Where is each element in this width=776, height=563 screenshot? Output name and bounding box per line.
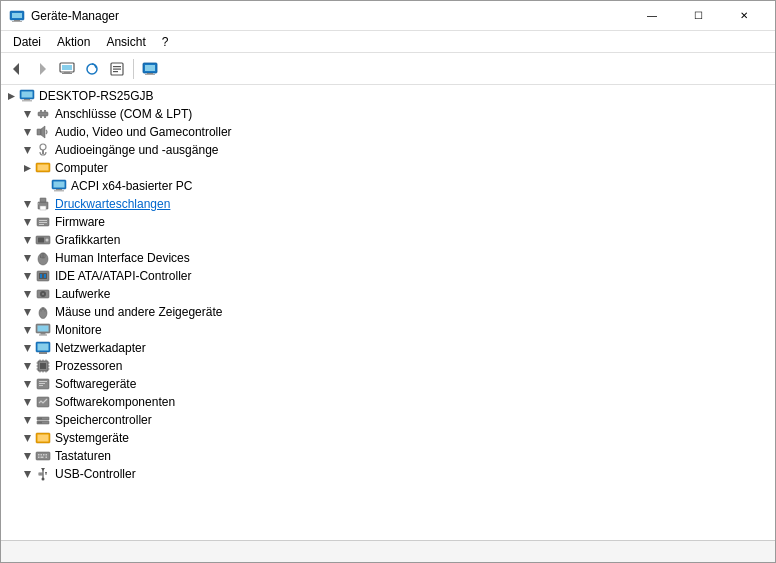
sys-label: Systemgeräte [55, 431, 129, 445]
svg-rect-79 [39, 335, 47, 336]
svg-marker-5 [40, 63, 46, 75]
minimize-button[interactable]: — [629, 1, 675, 31]
svg-rect-111 [41, 418, 42, 419]
svg-rect-65 [40, 274, 42, 278]
maeuse-icon [35, 304, 51, 320]
expand-laufwerke[interactable] [19, 286, 35, 302]
tree-item-sw-komp[interactable]: Softwarekomponenten [1, 393, 775, 411]
expand-prozessoren[interactable] [19, 358, 35, 374]
tree-item-tastaturen[interactable]: Tastaturen [1, 447, 775, 465]
svg-point-56 [46, 239, 49, 242]
svg-rect-124 [46, 457, 48, 459]
status-bar [1, 540, 775, 562]
svg-rect-52 [39, 224, 44, 225]
tree-item-hid[interactable]: Human Interface Devices [1, 249, 775, 267]
svg-rect-102 [39, 383, 45, 384]
anschluesse-label: Anschlüsse (COM & LPT) [55, 107, 192, 121]
tree-item-computer[interactable]: Computer [1, 159, 775, 177]
svg-rect-123 [41, 457, 44, 459]
maximize-button[interactable]: ☐ [675, 1, 721, 31]
expand-sys[interactable] [19, 430, 35, 446]
svg-rect-50 [39, 220, 47, 221]
tree-item-netzwerk[interactable]: Netzwerkadapter [1, 339, 775, 357]
druck-label[interactable]: Druckwarteschlangen [55, 197, 170, 211]
toolbar-separator [133, 59, 134, 79]
expand-tastaturen[interactable] [19, 448, 35, 464]
menu-aktion[interactable]: Aktion [49, 31, 98, 53]
expand-hid[interactable] [19, 250, 35, 266]
expand-maeuse[interactable] [19, 304, 35, 320]
svg-rect-15 [113, 71, 118, 72]
app-icon [9, 8, 25, 24]
menu-ansicht[interactable]: Ansicht [98, 31, 153, 53]
expand-firmware[interactable] [19, 214, 35, 230]
tree-item-anschluesse[interactable]: Anschlüsse (COM & LPT) [1, 105, 775, 123]
expand-audio[interactable] [19, 124, 35, 140]
svg-rect-29 [40, 116, 42, 118]
expand-monitore[interactable] [19, 322, 35, 338]
back-button[interactable] [5, 57, 29, 81]
expand-audioeingaenge[interactable] [19, 142, 35, 158]
title-bar: Geräte-Manager — ☐ ✕ [1, 1, 775, 31]
firmware-icon [35, 214, 51, 230]
menu-datei[interactable]: Datei [5, 31, 49, 53]
grafik-label: Grafikkarten [55, 233, 120, 247]
expand-sw-komp[interactable] [19, 394, 35, 410]
expand-root[interactable] [3, 88, 19, 104]
expand-computer[interactable] [19, 160, 35, 176]
tree-item-audioeingaenge[interactable]: Audioeingänge und -ausgänge [1, 141, 775, 159]
expand-ide[interactable] [19, 268, 35, 284]
svg-rect-24 [22, 100, 32, 101]
expand-speicher[interactable] [19, 412, 35, 428]
audioeingaenge-icon [35, 142, 51, 158]
monitor-button[interactable] [138, 57, 162, 81]
tree-item-druck[interactable]: Druckwarteschlangen [1, 195, 775, 213]
tastaturen-label: Tastaturen [55, 449, 111, 463]
expand-anschluesse[interactable] [19, 106, 35, 122]
svg-marker-71 [24, 309, 31, 316]
expand-netzwerk[interactable] [19, 340, 35, 356]
expand-sw-geraete[interactable] [19, 376, 35, 392]
properties-button[interactable] [105, 57, 129, 81]
svg-rect-105 [37, 397, 49, 407]
menu-help[interactable]: ? [154, 31, 177, 53]
tree-item-sys[interactable]: Systemgeräte [1, 429, 775, 447]
device-tree-container[interactable]: DESKTOP-RS25GJB Anschlüsse (COM & LP [1, 85, 775, 540]
svg-rect-103 [39, 385, 43, 386]
svg-rect-77 [38, 326, 49, 332]
svg-rect-122 [38, 457, 40, 459]
window-controls: — ☐ ✕ [629, 1, 767, 31]
tree-item-root[interactable]: DESKTOP-RS25GJB [1, 87, 775, 105]
tree-item-monitore[interactable]: Monitore [1, 321, 775, 339]
tree-item-grafik[interactable]: Grafikkarten [1, 231, 775, 249]
toolbar [1, 53, 775, 85]
ide-icon [35, 268, 51, 284]
expand-grafik[interactable] [19, 232, 35, 248]
svg-rect-86 [40, 363, 46, 369]
tree-item-maeuse[interactable]: Mäuse und andere Zeigegeräte [1, 303, 775, 321]
tree-item-audio[interactable]: Audio, Video und Gamecontroller [1, 123, 775, 141]
acpi-icon [51, 178, 67, 194]
svg-rect-28 [44, 110, 46, 112]
forward-button[interactable] [30, 57, 54, 81]
tree-item-laufwerke[interactable]: Laufwerke [1, 285, 775, 303]
close-button[interactable]: ✕ [721, 1, 767, 31]
tree-item-firmware[interactable]: Firmware [1, 213, 775, 231]
computer-label: Computer [55, 161, 108, 175]
tree-item-acpi[interactable]: ACPI x64-basierter PC [1, 177, 775, 195]
expand-usb[interactable] [19, 466, 35, 482]
tree-item-usb[interactable]: USB-Controller [1, 465, 775, 483]
scan-button[interactable] [80, 57, 104, 81]
svg-marker-4 [13, 63, 19, 75]
svg-rect-115 [38, 435, 49, 442]
svg-rect-14 [113, 68, 121, 69]
tree-item-ide[interactable]: IDE ATA/ATAPI-Controller [1, 267, 775, 285]
svg-marker-57 [24, 255, 31, 262]
svg-marker-67 [24, 291, 31, 298]
tree-item-prozessoren[interactable]: Prozessoren [1, 357, 775, 375]
svg-rect-1 [12, 13, 22, 18]
computer-view-button[interactable] [55, 57, 79, 81]
tree-item-speicher[interactable]: Speichercontroller [1, 411, 775, 429]
expand-druck[interactable] [19, 196, 35, 212]
tree-item-sw-geraete[interactable]: Softwaregeräte [1, 375, 775, 393]
